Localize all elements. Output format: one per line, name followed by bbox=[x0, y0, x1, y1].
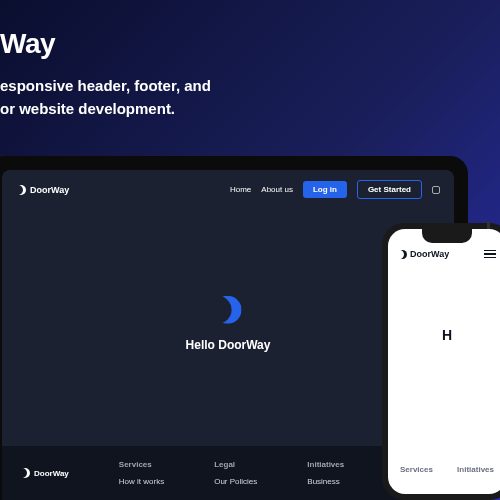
menu-icon[interactable] bbox=[484, 250, 496, 259]
footer-link[interactable]: How it works bbox=[119, 477, 164, 486]
nav-home[interactable]: Home bbox=[230, 185, 251, 194]
login-button[interactable]: Log in bbox=[303, 181, 347, 198]
moon-icon bbox=[16, 185, 26, 195]
laptop-nav: Home About us Log in Get Started bbox=[230, 180, 440, 199]
moon-icon bbox=[398, 250, 407, 259]
laptop-brand[interactable]: DoorWay bbox=[16, 185, 69, 195]
phone-screen: DoorWay H Services Initiatives bbox=[388, 229, 500, 494]
hero-subtitle: esponsive header, footer, and or website… bbox=[0, 75, 211, 120]
phone-footer-col1: Services bbox=[400, 465, 433, 480]
phone-footer: Services Initiatives bbox=[388, 451, 500, 494]
footer-title: Services bbox=[119, 460, 164, 469]
hero-sub-line1: esponsive header, footer, and bbox=[0, 75, 211, 98]
phone-mockup: DoorWay H Services Initiatives bbox=[382, 223, 500, 500]
footer-col-legal: Legal Our Policies bbox=[214, 460, 257, 486]
hello-text: Hello DoorWay bbox=[186, 338, 271, 352]
phone-body-text: H bbox=[388, 267, 500, 343]
pfooter-title: Services bbox=[400, 465, 433, 474]
laptop-center: Hello DoorWay bbox=[186, 296, 271, 352]
hero-sub-line2: or website development. bbox=[0, 98, 211, 121]
phone-brand[interactable]: DoorWay bbox=[398, 249, 449, 259]
footer-col-services: Services How it works bbox=[119, 460, 164, 486]
phone-brand-text: DoorWay bbox=[410, 249, 449, 259]
notification-icon[interactable] bbox=[432, 186, 440, 194]
nav-about[interactable]: About us bbox=[261, 185, 293, 194]
big-moon-icon bbox=[214, 296, 242, 324]
phone-footer-col2: Initiatives bbox=[457, 465, 494, 480]
footer-link[interactable]: Business bbox=[307, 477, 344, 486]
footer-col-initiatives: Initiatives Business bbox=[307, 460, 344, 486]
footer-link[interactable]: Our Policies bbox=[214, 477, 257, 486]
footer-brand[interactable]: DoorWay bbox=[20, 460, 69, 486]
pfooter-title: Initiatives bbox=[457, 465, 494, 474]
moon-icon bbox=[20, 468, 30, 478]
footer-brand-text: DoorWay bbox=[34, 469, 69, 478]
footer-title: Legal bbox=[214, 460, 257, 469]
hero-title: Way bbox=[0, 28, 55, 60]
laptop-header: DoorWay Home About us Log in Get Started bbox=[2, 170, 454, 209]
phone-notch bbox=[422, 229, 472, 243]
get-started-button[interactable]: Get Started bbox=[357, 180, 422, 199]
brand-text: DoorWay bbox=[30, 185, 69, 195]
footer-title: Initiatives bbox=[307, 460, 344, 469]
